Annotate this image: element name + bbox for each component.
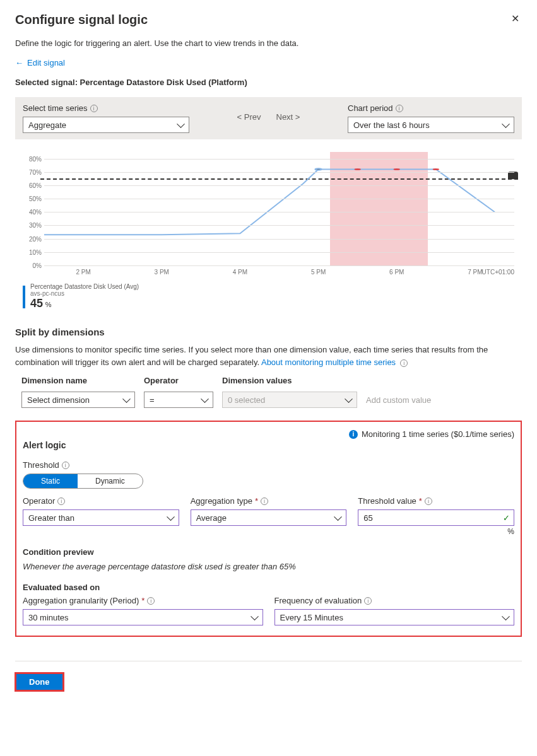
add-custom-value[interactable]: Add custom value [366,395,431,405]
chart-legend: Percentage Datastore Disk Used (Avg) avs… [23,283,522,310]
edit-signal-label: Edit signal [27,58,65,67]
check-icon: ✓ [503,513,510,523]
frequency-label: Frequency of evaluation [274,596,362,605]
frequency-select[interactable]: Every 15 Minutes [274,609,515,625]
evaluated-based-on-label: Evaluated based on [23,583,100,592]
dimension-operator-select[interactable]: = [144,392,213,408]
col-dimension-name: Dimension name [21,376,135,385]
info-icon[interactable]: i [147,597,155,605]
legend-series-name: Percentage Datastore Disk Used (Avg) [30,283,139,290]
info-icon[interactable]: i [425,497,432,505]
edit-signal-link[interactable]: ← Edit signal [15,58,65,67]
svg-point-3 [433,168,439,170]
selected-signal-label: Selected signal: Percentage Datastore Di… [15,78,522,87]
operator-select[interactable]: Greater than [23,509,179,526]
info-icon[interactable]: i [90,105,98,112]
alert-logic-section: i Monitoring 1 time series ($0.1/time se… [15,421,522,637]
threshold-value-label: Threshold value [358,496,416,506]
threshold-toggle[interactable]: Static Dynamic [23,474,143,489]
chart-period-select[interactable]: Over the last 6 hours [348,117,514,133]
info-icon[interactable]: i [57,497,65,505]
svg-point-1 [354,168,360,170]
granularity-label: Aggregation granularity (Period) [23,596,139,605]
legend-value: 45 [30,297,43,310]
page-title: Configure signal logic [15,13,522,27]
condition-preview-label: Condition preview [23,547,514,557]
dimension-name-select[interactable]: Select dimension [21,392,135,408]
time-series-label: Select time series i [23,103,189,113]
monitoring-label: Monitoring 1 time series ($0.1/time seri… [362,429,514,439]
col-dimension-values: Dimension values [222,376,357,385]
aggregation-select[interactable]: Average [191,509,347,526]
info-icon[interactable]: i [364,597,372,605]
chart-line [44,152,514,265]
prev-link[interactable]: < Prev [237,112,261,122]
condition-preview-text: Whenever the average percentage datastor… [23,562,514,571]
chart: 0%10%20%30%40%50%60%70%80% 2 PM3 PM4 PM5… [23,152,514,278]
threshold-value-input[interactable]: 65 ✓ [358,509,514,526]
info-blue-icon[interactable]: i [349,430,358,439]
threshold-label: Threshold [23,460,59,470]
threshold-static[interactable]: Static [23,474,78,488]
page-description: Define the logic for triggering an alert… [15,38,522,48]
time-series-select[interactable]: Aggregate [23,117,189,133]
dimensions-description: Use dimensions to monitor specific time … [15,344,522,368]
aggregation-label: Aggregation type [191,496,252,506]
info-icon[interactable]: i [62,462,69,469]
svg-point-2 [394,168,400,170]
legend-resource: avs-pc-ncus [30,290,139,297]
svg-point-0 [315,168,321,170]
dimension-values-select: 0 selected [222,392,357,408]
next-link[interactable]: Next > [276,112,300,122]
legend-unit: % [45,301,52,308]
close-icon[interactable]: ✕ [511,13,519,25]
info-icon[interactable]: i [396,105,403,112]
done-button[interactable]: Done [16,674,62,690]
dimensions-link[interactable]: About monitoring multiple time series [261,358,396,367]
threshold-dynamic[interactable]: Dynamic [78,474,143,488]
chart-period-label: Chart period i [348,103,514,113]
chart-controls-bar: Select time series i Aggregate < Prev Ne… [15,97,522,139]
info-icon[interactable]: i [261,497,268,505]
arrow-left-icon: ← [15,58,23,67]
alert-logic-title: Alert logic [23,440,514,450]
operator-label: Operator [23,496,55,506]
threshold-unit: % [358,527,514,536]
col-operator: Operator [144,376,213,385]
granularity-select[interactable]: 30 minutes [23,609,263,625]
info-icon[interactable]: i [400,359,408,367]
dimensions-title: Split by dimensions [15,327,522,337]
